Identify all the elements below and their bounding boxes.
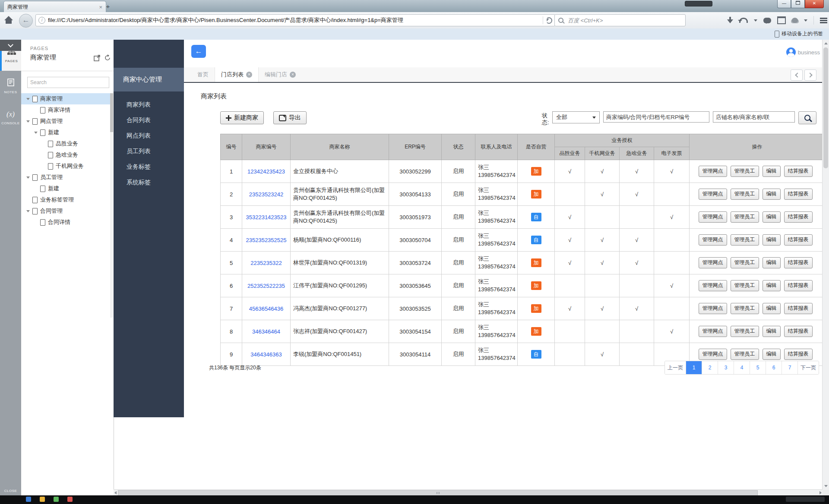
operation-button[interactable]: 管理员工 [731,189,759,200]
operation-button[interactable]: 编辑 [763,280,781,291]
pagination-page[interactable]: 5 [750,361,766,374]
browser-tab-close-icon[interactable]: × [99,4,102,10]
scroll-down-icon[interactable] [824,485,828,487]
pagination-prev[interactable]: 上一页 [665,361,686,374]
operation-button[interactable]: 管理网点 [699,280,727,291]
shop-name-input[interactable] [713,111,795,123]
pagination-page[interactable]: 6 [766,361,782,374]
browser-search-input[interactable] [567,17,682,24]
home-icon[interactable] [4,16,13,25]
sidebar-item[interactable]: 商家列表 [114,97,184,112]
maximize-button[interactable] [791,0,805,8]
export-button[interactable]: 导出 [273,111,307,124]
minimize-button[interactable]: — [777,0,791,8]
scroll-up-icon[interactable] [824,42,828,44]
rail-tab-console[interactable]: (x)CONSOLE [0,102,21,133]
operation-button[interactable]: 管理网点 [699,303,727,314]
taskbar-app-icon[interactable] [26,497,31,502]
tab-groups-icon[interactable] [777,16,786,24]
extension-dropdown-icon[interactable] [804,19,807,22]
operation-button[interactable]: 结算报表 [784,303,813,314]
taskbar-app-icon[interactable] [54,497,59,502]
operation-button[interactable]: 结算报表 [784,166,813,177]
merchant-code-input[interactable] [603,111,709,123]
tabs-scroll-left-button[interactable] [791,69,803,81]
scrollbar-thumb[interactable] [110,93,113,132]
player-close-button[interactable]: CLOSE [0,489,21,493]
merchant-code-link[interactable]: 2352352352525 [246,237,287,243]
extension-icon[interactable] [792,18,798,23]
operation-button[interactable]: 管理网点 [699,349,727,360]
operation-button[interactable]: 结算报表 [784,211,813,223]
operation-button[interactable]: 编辑 [763,257,781,268]
tree-item[interactable]: 商家管理 [21,93,110,104]
tree-item[interactable]: 业务标签管理 [21,194,110,205]
sidebar-item[interactable]: 业务标签 [114,159,184,174]
merchant-code-link[interactable]: 2235235322 [250,260,282,266]
url-bar[interactable]: i file:///C:/Users/Administrator/Desktop… [35,14,555,26]
operation-button[interactable]: 管理网点 [699,189,727,200]
downloads-icon[interactable] [727,17,733,24]
merchant-code-link[interactable]: 23523523242 [249,191,284,198]
content-tab[interactable]: 首页 [191,67,215,82]
operation-button[interactable]: 编辑 [763,234,781,246]
taskbar-app-icon[interactable] [40,497,45,502]
sidebar-item[interactable]: 网点列表 [114,128,184,143]
operation-button[interactable]: 编辑 [763,326,781,337]
vertical-scrollbar[interactable] [822,40,829,490]
sidebar-item[interactable]: 系统标签 [114,174,184,190]
content-tab[interactable]: 门店列表× [215,67,259,82]
operation-button[interactable]: 编辑 [763,349,781,360]
open-in-new-icon[interactable] [94,54,101,61]
mobile-bookmarks[interactable]: 移动设备上的书签 [775,30,823,38]
horizontal-scrollbar[interactable] [114,489,823,495]
operation-button[interactable]: 管理员工 [731,257,759,268]
status-select[interactable]: 全部 [552,111,600,123]
tree-item[interactable]: 合同管理 [21,205,110,217]
search-button[interactable] [798,111,816,124]
content-tab[interactable]: 编辑门店× [259,67,302,82]
operation-button[interactable]: 结算报表 [784,349,813,360]
sidebar-item[interactable]: 员工列表 [114,143,184,159]
app-back-button[interactable]: ← [191,45,206,58]
close-button[interactable]: ✕ [805,0,824,8]
operation-button[interactable]: 管理员工 [731,234,759,246]
tree-item[interactable]: 网点管理 [21,116,110,127]
tree-item[interactable]: 商家详情 [21,104,110,116]
new-merchant-button[interactable]: 新建商家 [220,111,264,124]
scroll-left-icon[interactable] [114,491,117,495]
browser-search-box[interactable] [554,14,686,26]
scrollbar-thumb[interactable] [823,47,828,168]
tree-item[interactable]: 新建 [21,183,110,194]
operation-button[interactable]: 结算报表 [784,280,813,291]
url-text[interactable]: file:///C:/Users/Administrator/Desktop/商… [48,16,540,24]
operation-button[interactable]: 编辑 [763,166,781,177]
menu-hamburger-icon[interactable] [820,18,827,23]
operation-button[interactable]: 管理网点 [699,211,727,223]
history-undo-icon[interactable] [739,18,748,23]
operation-button[interactable]: 管理网点 [699,166,727,177]
operation-button[interactable]: 结算报表 [784,326,813,337]
merchant-code-link[interactable]: 3464346363 [250,351,282,358]
browser-tab[interactable]: 商家管理 × [3,1,106,13]
new-tab-button[interactable]: + [103,3,113,10]
expand-arrow-icon[interactable] [26,210,30,212]
operation-button[interactable]: 管理员工 [731,349,759,360]
operation-button[interactable]: 管理网点 [699,326,727,337]
tree-item[interactable]: 千机网业务 [21,161,110,172]
chat-icon[interactable] [763,18,771,23]
pagination-page[interactable]: 4 [734,361,750,374]
site-info-icon[interactable]: i [38,17,45,24]
tree-item[interactable]: 员工管理 [21,172,110,183]
operation-button[interactable]: 管理员工 [731,211,759,223]
operation-button[interactable]: 编辑 [763,211,781,223]
rail-tab-notes[interactable]: NOTES [0,71,21,102]
pages-panel-scrollbar[interactable] [110,93,113,318]
sidebar-item[interactable]: 合同列表 [114,112,184,128]
tabs-scroll-right-button[interactable] [804,69,816,81]
operation-button[interactable]: 结算报表 [784,234,813,246]
tree-item[interactable]: 合同详情 [21,217,110,228]
operation-button[interactable]: 管理网点 [699,257,727,268]
taskbar-app-icon[interactable] [67,497,73,502]
merchant-code-link[interactable]: 346346464 [252,328,280,335]
